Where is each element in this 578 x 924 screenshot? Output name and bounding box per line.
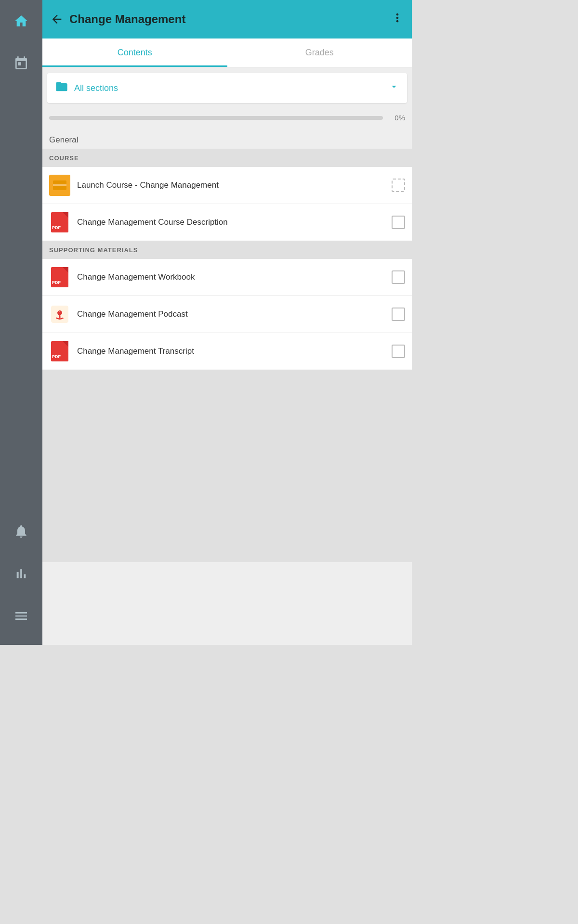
course-item-list: Launch Course - Change Management PDF Ch… [42, 167, 412, 241]
item-checkbox[interactable] [392, 270, 405, 284]
page-title: Change Management [69, 13, 391, 26]
list-item[interactable]: PDF Change Management Course Description [42, 204, 412, 241]
svg-rect-2 [59, 315, 61, 319]
subsection-supporting-label: SUPPORTING MATERIALS [49, 246, 138, 254]
main-panel: Change Management Contents Grades All se… [42, 0, 412, 645]
list-item[interactable]: PDF Change Management Workbook [42, 259, 412, 296]
sidebar-item-charts[interactable] [0, 552, 42, 595]
more-button[interactable] [391, 11, 404, 27]
sections-dropdown[interactable]: All sections [47, 73, 407, 103]
pdf-icon: PDF [49, 212, 70, 233]
tab-grades[interactable]: Grades [227, 38, 412, 67]
svg-text:♪: ♪ [59, 309, 61, 312]
sidebar [0, 0, 42, 645]
item-checkbox[interactable] [392, 308, 405, 321]
subsection-course-heading: COURSE [42, 149, 412, 167]
sections-label: All sections [74, 83, 389, 93]
item-checkbox[interactable] [392, 179, 405, 192]
pdf-icon: PDF [49, 267, 70, 288]
list-item[interactable]: ♪ Change Management Podcast [42, 296, 412, 333]
sidebar-item-calendar[interactable] [0, 42, 42, 85]
list-item[interactable]: PDF Change Management Transcript [42, 333, 412, 370]
chevron-down-icon [389, 81, 399, 95]
header: Change Management [42, 0, 412, 38]
tab-contents[interactable]: Contents [42, 38, 227, 67]
folder-icon [55, 80, 68, 96]
supporting-item-list: PDF Change Management Workbook ♪ [42, 259, 412, 370]
item-label: Change Management Transcript [77, 346, 392, 356]
podcast-icon: ♪ [49, 304, 70, 325]
tabs-bar: Contents Grades [42, 38, 412, 67]
item-checkbox[interactable] [392, 345, 405, 358]
package-icon [49, 175, 70, 196]
item-label: Change Management Podcast [77, 309, 392, 319]
sidebar-item-menu[interactable] [0, 595, 42, 637]
progress-row: 0% [42, 109, 412, 128]
list-item[interactable]: Launch Course - Change Management [42, 167, 412, 204]
item-label: Change Management Workbook [77, 272, 392, 282]
item-label: Launch Course - Change Management [77, 180, 392, 190]
section-general-label: General [49, 135, 78, 144]
item-label: Change Management Course Description [77, 218, 392, 227]
pdf-icon: PDF [49, 341, 70, 362]
progress-bar [49, 116, 383, 120]
back-button[interactable] [50, 13, 64, 26]
content-area: All sections 0% General COURSE [42, 67, 412, 645]
subsection-course-label: COURSE [49, 154, 79, 162]
item-checkbox[interactable] [392, 216, 405, 229]
sidebar-item-notifications[interactable] [0, 510, 42, 552]
subsection-supporting-heading: SUPPORTING MATERIALS [42, 241, 412, 259]
section-general-heading: General [42, 128, 412, 149]
sidebar-item-home[interactable] [0, 0, 42, 42]
bottom-empty-area [42, 370, 412, 562]
progress-percent: 0% [388, 114, 405, 122]
